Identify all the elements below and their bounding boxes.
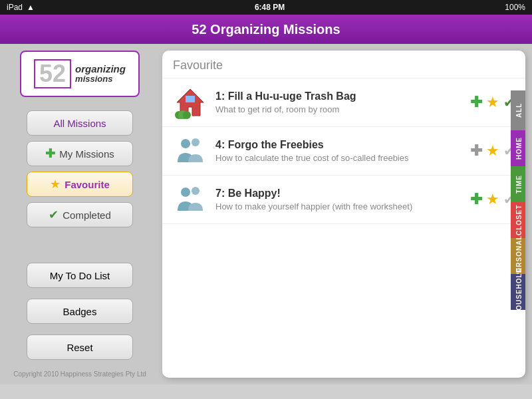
completed-check-icon: ✔	[49, 207, 59, 222]
battery-label: 100%	[505, 3, 525, 12]
missions-card: Favourite	[162, 51, 525, 378]
favourite-label: Favourite	[65, 179, 110, 190]
mission-actions-7: ✚ ★ ✔	[470, 191, 515, 208]
completed-button[interactable]: ✔ Completed	[27, 202, 133, 227]
add-icon-4[interactable]: ✚	[470, 144, 482, 158]
my-missions-button[interactable]: ✚ My Missions	[27, 141, 133, 166]
mission-title-4: 4: Forgo the Freebies	[215, 139, 462, 151]
mission-actions-1: ✚ ★ ✔	[470, 94, 515, 111]
logo-number: 52	[34, 59, 71, 88]
mission-icon-7	[173, 182, 207, 217]
logo-text: organizing missions	[75, 64, 126, 84]
bottom-nav: My To Do List Badges Reset	[13, 263, 146, 365]
svg-point-8	[192, 187, 200, 195]
my-missions-label: My Missions	[59, 148, 114, 160]
mission-list: 1: Fill a Hu-u-uge Trash Bag What to get…	[162, 78, 525, 224]
category-tabs: ALL HOME TIME CLOSET PERSONAL HOUSEHOLD	[511, 90, 525, 310]
svg-point-7	[181, 188, 190, 197]
star-icon-7[interactable]: ★	[486, 191, 499, 208]
title-bar: 52 Organizing Missions	[0, 15, 532, 44]
star-icon-1[interactable]: ★	[486, 94, 499, 111]
svg-point-4	[183, 111, 191, 119]
content-area: Favourite	[160, 44, 532, 384]
completed-label: Completed	[63, 209, 111, 221]
tab-all[interactable]: ALL	[511, 90, 525, 130]
app-logo: 52 organizing missions	[20, 51, 140, 97]
all-missions-label: All Missions	[53, 118, 106, 129]
mission-info-1: 1: Fill a Hu-u-uge Trash Bag What to get…	[215, 90, 462, 114]
badges-label: Badges	[63, 306, 97, 317]
mission-info-7: 7: Be Happy! How to make yourself happie…	[215, 188, 462, 211]
mission-subtitle-7: How to make yourself happier (with free …	[215, 201, 462, 211]
mission-subtitle-1: What to get rid of, room by room	[215, 104, 462, 114]
wifi-icon: ▲	[27, 3, 35, 12]
mission-subtitle-4: How to calculate the true cost of so-cal…	[215, 153, 462, 163]
mission-icon-1	[173, 85, 207, 120]
mission-item: 1: Fill a Hu-u-uge Trash Bag What to get…	[162, 78, 525, 127]
status-time: 6:48 PM	[255, 3, 285, 12]
add-icon-7[interactable]: ✚	[470, 192, 482, 207]
mission-actions-4: ✚ ★ ✔	[470, 142, 515, 160]
mission-icon-4	[173, 134, 207, 168]
tab-time[interactable]: TIME	[511, 166, 525, 202]
section-title: Favourite	[162, 51, 525, 78]
todo-label: My To Do List	[50, 270, 110, 281]
mission-info-4: 4: Forgo the Freebies How to calculate t…	[215, 139, 462, 163]
all-missions-button[interactable]: All Missions	[27, 110, 133, 136]
status-bar: iPad ▲ 6:48 PM 100%	[0, 0, 532, 15]
main-layout: 52 organizing missions All Missions ✚ My…	[0, 44, 532, 384]
my-missions-plus-icon: ✚	[45, 146, 55, 161]
app-title: 52 Organizing Missions	[192, 22, 340, 37]
favourite-button[interactable]: ★ Favourite	[27, 172, 133, 197]
logo-line1: organizing	[75, 64, 126, 75]
mission-item: 7: Be Happy! How to make yourself happie…	[162, 176, 525, 224]
tab-closet[interactable]: CLOSET	[511, 202, 525, 238]
device-name: iPad	[7, 3, 23, 12]
svg-point-5	[181, 139, 190, 148]
reset-label: Reset	[66, 342, 92, 353]
badges-button[interactable]: Badges	[27, 299, 133, 324]
svg-point-6	[192, 138, 200, 146]
svg-rect-1	[186, 96, 195, 102]
status-battery: 100%	[505, 3, 525, 12]
copyright-text: Copyright 2010 Happiness Strategies Pty …	[13, 370, 146, 378]
tab-household[interactable]: HOUSEHOLD	[511, 274, 525, 310]
tab-home[interactable]: HOME	[511, 130, 525, 166]
mission-title-1: 1: Fill a Hu-u-uge Trash Bag	[215, 90, 462, 102]
reset-button[interactable]: Reset	[27, 334, 133, 360]
my-todo-list-button[interactable]: My To Do List	[27, 263, 133, 288]
sidebar: 52 organizing missions All Missions ✚ My…	[0, 44, 160, 384]
favourite-star-icon: ★	[50, 177, 61, 192]
star-icon-4[interactable]: ★	[486, 142, 499, 160]
mission-item: 4: Forgo the Freebies How to calculate t…	[162, 127, 525, 176]
status-left: iPad ▲	[7, 3, 35, 12]
add-icon-1[interactable]: ✚	[470, 95, 482, 110]
mission-title-7: 7: Be Happy!	[215, 188, 462, 200]
logo-line2: missions	[75, 74, 126, 84]
